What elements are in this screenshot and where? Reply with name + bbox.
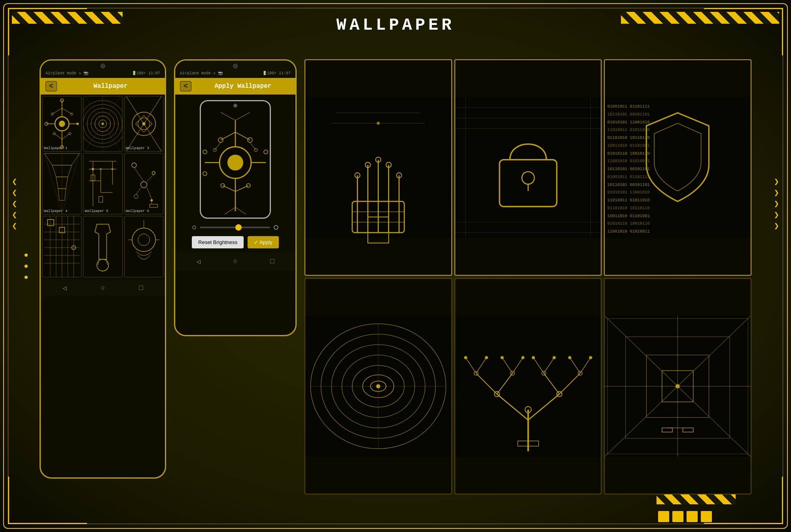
chevron-right-4: ❯	[774, 211, 779, 220]
svg-text:11010011 01011010: 11010011 01011010	[607, 198, 650, 203]
indicator-dot-1	[658, 511, 669, 522]
center-nav-recents[interactable]: □	[270, 257, 274, 265]
svg-point-123	[274, 225, 278, 229]
svg-text:10110101 00101101: 10110101 00101101	[607, 167, 650, 171]
reset-brightness-button[interactable]: Reset Brightness	[192, 236, 244, 248]
left-indicator-dots	[25, 254, 28, 279]
bottom-indicator-dots	[658, 511, 712, 522]
svg-text:11001010 01010011: 11001010 01010011	[607, 159, 650, 163]
wallpaper-thumb-2[interactable]	[83, 96, 122, 151]
svg-point-211	[521, 356, 524, 359]
brightness-low-icon	[192, 225, 197, 230]
gallery-item-5[interactable]	[454, 278, 602, 494]
phone-nav-left: ◁ ○ □	[41, 279, 165, 297]
indicator-dot-2	[672, 511, 683, 522]
chevron-right-3: ❯	[774, 200, 779, 209]
svg-text:10110101 00101101: 10110101 00101101	[607, 112, 650, 117]
wallpaper-thumb-8[interactable]	[83, 216, 122, 277]
wallpaper-label-5: Wallpaper 5	[85, 209, 108, 213]
wallpaper-thumb-6[interactable]: Wallpaper 6	[124, 153, 163, 214]
wallpaper-thumb-3[interactable]: Wallpaper 3	[124, 96, 163, 151]
gallery-item-3[interactable]: 01001011 01101111 10110101 00101101 0101…	[604, 59, 751, 276]
preview-camera	[233, 104, 237, 108]
corner-decoration-tl	[8, 8, 87, 55]
svg-point-215	[589, 356, 592, 359]
apply-buttons-container: Reset Brightness ✓ Apply	[175, 232, 295, 252]
chevron-right-5: ❯	[774, 222, 779, 231]
gallery-item-6[interactable]	[604, 278, 751, 494]
wallpaper-thumb-4[interactable]: Wallpaper 4	[42, 153, 81, 214]
status-center-left: Airplane mode ✈ 📷	[180, 71, 223, 76]
indicator-dot-3	[687, 511, 698, 522]
indicator-dot-4	[701, 511, 712, 522]
chevron-left-2: ❮	[12, 189, 17, 198]
gallery-item-4[interactable]	[305, 278, 452, 494]
gallery-item-2[interactable]	[454, 59, 602, 276]
page-title: Wallpaper	[337, 16, 455, 35]
phone-header-title-center: Apply Wallpaper	[195, 83, 291, 90]
svg-text:01010101 11001010: 01010101 11001010	[607, 190, 650, 195]
dot-3	[25, 276, 28, 279]
phone-header-title-left: Wallpaper	[61, 83, 160, 90]
svg-point-98	[227, 155, 243, 170]
phone-camera-left	[100, 64, 105, 68]
svg-point-122	[193, 226, 196, 229]
wallpaper-thumb-9[interactable]	[124, 216, 163, 277]
brightness-thumb[interactable]	[235, 224, 242, 231]
main-container: ❮ ❮ ❮ ❮ ❮ ❯ ❯ ❯ ❯ ❯ Wallpaper Wallpaper …	[0, 0, 791, 532]
status-right: 🔋100+ 11:07	[132, 71, 160, 76]
svg-text:01010110 10010110: 01010110 10010110	[607, 221, 650, 226]
svg-rect-46	[85, 153, 121, 214]
phone-status-bar-center: Airplane mode ✈ 📷 🔋100+ 11:07	[175, 68, 295, 78]
svg-text:01010110 10010110: 01010110 10010110	[607, 151, 650, 156]
corner-decoration-tr	[704, 8, 783, 55]
svg-point-64	[150, 199, 153, 201]
phone-camera-center	[233, 64, 238, 68]
wallpaper-preview-frame	[200, 100, 271, 219]
svg-rect-59	[126, 153, 161, 214]
svg-point-141	[377, 122, 380, 125]
center-nav-back[interactable]: ◁	[196, 257, 201, 266]
svg-point-210	[500, 356, 503, 359]
apply-button[interactable]: ✓ Apply	[248, 236, 278, 248]
brightness-slider-container[interactable]	[192, 225, 279, 230]
svg-point-209	[485, 356, 488, 359]
wallpaper-label-6: Wallpaper 6	[126, 209, 149, 213]
chevron-left-3: ❮	[12, 200, 17, 209]
svg-text:11001010 01010011: 11001010 01010011	[607, 229, 650, 234]
gallery-item-1[interactable]	[305, 59, 452, 276]
chevrons-left: ❮ ❮ ❮ ❮ ❮	[12, 178, 17, 231]
svg-point-2	[59, 121, 65, 127]
phone-wallpaper-list: Airplane mode ✈ 📷 🔋100+ 11:07 < Wallpape…	[40, 59, 166, 479]
phone-nav-center: ◁ ○ □	[175, 252, 295, 271]
nav-back-icon[interactable]: ◁	[62, 284, 67, 292]
svg-point-208	[464, 356, 467, 359]
chevron-left-4: ❮	[12, 211, 17, 220]
brightness-slider[interactable]	[200, 227, 270, 228]
svg-point-10	[76, 123, 79, 125]
center-nav-home[interactable]: ○	[233, 257, 238, 265]
status-center-right: 🔋100+ 11:07	[262, 71, 291, 76]
back-button-left[interactable]: <	[45, 81, 57, 91]
wallpaper-thumb-1[interactable]: Wallpaper 1	[42, 96, 81, 151]
wallpaper-thumb-5[interactable]: Wallpaper 5	[83, 153, 122, 214]
phone-header-left: < Wallpaper	[41, 78, 165, 95]
back-button-center[interactable]: <	[180, 81, 191, 91]
dot-2	[25, 265, 28, 268]
wallpaper-grid: Wallpaper 1	[41, 95, 165, 279]
brightness-high-icon	[273, 225, 279, 230]
svg-text:11010011 01011010: 11010011 01011010	[607, 127, 650, 132]
svg-point-214	[568, 356, 571, 359]
nav-home-icon[interactable]: ○	[101, 284, 105, 292]
svg-text:10011010 01101001: 10011010 01101001	[607, 143, 650, 148]
svg-text:01010101 11001010: 01010101 11001010	[607, 120, 650, 125]
chevron-left-5: ❮	[12, 222, 17, 231]
chevrons-right: ❯ ❯ ❯ ❯ ❯	[774, 178, 779, 231]
wallpaper-thumb-7[interactable]	[42, 216, 81, 277]
right-gallery: 01001011 01101111 10110101 00101101 0101…	[305, 59, 751, 494]
phone-header-center: < Apply Wallpaper	[175, 78, 295, 95]
nav-recents-icon[interactable]: □	[139, 284, 143, 292]
chevron-left-1: ❮	[12, 178, 17, 187]
svg-text:10011010 01101001: 10011010 01101001	[607, 214, 650, 218]
content-area: Airplane mode ✈ 📷 🔋100+ 11:07 < Wallpape…	[32, 51, 759, 502]
